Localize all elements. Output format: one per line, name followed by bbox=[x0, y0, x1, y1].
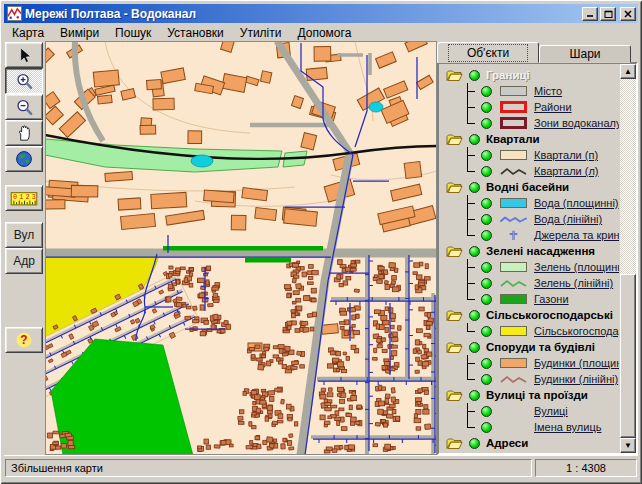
menu-ustanovky[interactable]: Установки bbox=[159, 25, 231, 41]
help-button[interactable]: ? bbox=[5, 327, 43, 353]
legend-item-label[interactable]: Джерела та криниці bbox=[534, 229, 619, 241]
layer-toggle-dot[interactable] bbox=[469, 438, 480, 449]
scroll-up-button[interactable]: ▲ bbox=[620, 64, 636, 79]
menu-karta[interactable]: Карта bbox=[4, 25, 52, 41]
legend-swatch bbox=[500, 358, 527, 368]
addresses-tool-button[interactable]: Адр bbox=[5, 248, 43, 274]
legend-item-label[interactable]: Зелень (лінійні) bbox=[534, 277, 613, 289]
legend-item-label[interactable]: Сільськогосподарські bbox=[534, 325, 619, 337]
legend-group-sporudy[interactable]: Споруди та будівлі bbox=[441, 339, 619, 355]
legend-item-label[interactable]: Будинки (площинні) bbox=[534, 357, 619, 369]
layer-toggle-dot[interactable] bbox=[481, 374, 492, 385]
layer-toggle-dot[interactable] bbox=[469, 310, 480, 321]
legend-item-silsko[interactable]: Сільськогосподарські bbox=[441, 323, 619, 339]
layer-toggle-dot[interactable] bbox=[469, 182, 480, 193]
legend-item-label[interactable]: Газони bbox=[534, 293, 569, 305]
legend-group-kvartaly[interactable]: Квартали bbox=[441, 131, 619, 147]
layer-toggle-dot[interactable] bbox=[481, 406, 492, 417]
layer-toggle-dot[interactable] bbox=[481, 278, 492, 289]
legend-group-granytsi[interactable]: Границі bbox=[441, 67, 619, 83]
layer-toggle-dot[interactable] bbox=[481, 166, 492, 177]
layer-toggle-dot[interactable] bbox=[481, 198, 492, 209]
legend-item-label[interactable]: Вода (площинні) bbox=[534, 197, 619, 209]
legend-item-rayony[interactable]: Райони bbox=[441, 99, 619, 115]
tab-objects-label: Об'єкти bbox=[448, 44, 528, 62]
legend-item-zelen-l[interactable]: Зелень (лінійні) bbox=[441, 275, 619, 291]
legend-item-gazony[interactable]: Газони bbox=[441, 291, 619, 307]
select-tool-button[interactable] bbox=[5, 42, 43, 68]
close-button[interactable] bbox=[620, 7, 636, 21]
layer-toggle-dot[interactable] bbox=[481, 150, 492, 161]
legend-item-label[interactable]: Зони водоканалу bbox=[534, 117, 619, 129]
layer-toggle-dot[interactable] bbox=[481, 230, 492, 241]
layer-toggle-dot[interactable] bbox=[469, 134, 480, 145]
globe-tool-button[interactable] bbox=[5, 146, 43, 172]
menu-vymiry[interactable]: Виміри bbox=[52, 25, 107, 41]
menu-utility[interactable]: Утиліти bbox=[232, 25, 290, 41]
legend-item-vulytsi[interactable]: Вулиці bbox=[441, 403, 619, 419]
legend-item-label[interactable]: Вулиці bbox=[534, 405, 568, 417]
legend-item-label[interactable]: Імена вулиць bbox=[534, 421, 601, 433]
legend-item-label[interactable]: Райони bbox=[534, 101, 572, 113]
legend-item-budynky-l[interactable]: Будинки (лінійні) bbox=[441, 371, 619, 387]
legend-item-budynky-p[interactable]: Будинки (площинні) bbox=[441, 355, 619, 371]
legend-item-label[interactable]: Місто bbox=[534, 85, 562, 97]
legend-item-label[interactable]: Квартали (л) bbox=[534, 165, 599, 177]
menu-poshuk[interactable]: Пошук bbox=[107, 25, 159, 41]
layer-toggle-dot[interactable] bbox=[469, 70, 480, 81]
layer-toggle-dot[interactable] bbox=[469, 342, 480, 353]
legend-swatch bbox=[500, 294, 527, 304]
folder-icon bbox=[446, 181, 463, 194]
legend-group-silsko[interactable]: Сільськогосподарські bbox=[441, 307, 619, 323]
legend-item-zelen-p[interactable]: Зелень (площинні) bbox=[441, 259, 619, 275]
legend-item-label[interactable]: Вода (лінійні) bbox=[534, 213, 602, 225]
legend-item-zony[interactable]: Зони водоканалу bbox=[441, 115, 619, 131]
legend-item-imena[interactable]: Імена вулиць bbox=[441, 419, 619, 435]
legend-group-vulytsi[interactable]: Вулиці та проїзди bbox=[441, 387, 619, 403]
legend-group-vodni[interactable]: Водні басейни bbox=[441, 179, 619, 195]
legend-item-misto[interactable]: Місто bbox=[441, 83, 619, 99]
zoom-out-tool-button[interactable] bbox=[5, 94, 43, 120]
map-canvas[interactable] bbox=[45, 41, 437, 455]
zoom-in-tool-button[interactable] bbox=[5, 68, 43, 94]
layer-toggle-dot[interactable] bbox=[469, 390, 480, 401]
tree-connector bbox=[459, 195, 475, 211]
layer-toggle-dot[interactable] bbox=[481, 326, 492, 337]
legend-item-label[interactable]: Квартали (п) bbox=[534, 149, 598, 161]
tab-objects[interactable]: Об'єкти bbox=[437, 42, 539, 63]
layer-toggle-dot[interactable] bbox=[481, 102, 492, 113]
legend-item-label[interactable]: Зелень (площинні) bbox=[534, 261, 619, 273]
status-message: Збільшення карти bbox=[5, 459, 532, 477]
legend-item-label[interactable]: Будинки (лінійні) bbox=[534, 373, 618, 385]
layer-toggle-dot[interactable] bbox=[481, 86, 492, 97]
maximize-button[interactable] bbox=[600, 7, 616, 21]
layer-toggle-dot[interactable] bbox=[481, 262, 492, 273]
legend-item-voda-p[interactable]: Вода (площинні) bbox=[441, 195, 619, 211]
streets-tool-button[interactable]: Вул bbox=[5, 222, 43, 248]
menu-dopomoga[interactable]: Допомога bbox=[289, 25, 359, 41]
tab-layers[interactable]: Шари bbox=[539, 45, 631, 63]
legend-group-label: Адреси bbox=[486, 437, 528, 449]
title-bar[interactable]: Мережі Полтава - Водоканал bbox=[4, 4, 638, 23]
tree-connector bbox=[459, 323, 475, 339]
layer-toggle-dot[interactable] bbox=[481, 118, 492, 129]
layer-toggle-dot[interactable] bbox=[469, 246, 480, 257]
legend-item-dzherela[interactable]: Джерела та криниці bbox=[441, 227, 619, 243]
layer-toggle-dot[interactable] bbox=[481, 214, 492, 225]
tree-scrollbar[interactable]: ▲ ▼ bbox=[620, 64, 636, 453]
legend-group-adresy[interactable]: Адреси bbox=[441, 435, 619, 451]
legend-group-zeleni[interactable]: Зелені насадження bbox=[441, 243, 619, 259]
layer-toggle-dot[interactable] bbox=[481, 294, 492, 305]
pan-tool-button[interactable] bbox=[5, 120, 43, 146]
legend-item-voda-l[interactable]: Вода (лінійні) bbox=[441, 211, 619, 227]
layer-toggle-dot[interactable] bbox=[481, 358, 492, 369]
legend-swatch bbox=[500, 117, 527, 129]
legend-item-kvartaly-l[interactable]: Квартали (л) bbox=[441, 163, 619, 179]
layer-toggle-dot[interactable] bbox=[481, 422, 492, 433]
legend-swatch bbox=[500, 150, 527, 160]
measure-tool-button[interactable]: 0123 bbox=[5, 185, 43, 211]
scroll-down-button[interactable]: ▼ bbox=[620, 438, 636, 453]
minimize-button[interactable] bbox=[582, 7, 598, 21]
legend-item-kvartaly-p[interactable]: Квартали (п) bbox=[441, 147, 619, 163]
scrollbar-thumb[interactable] bbox=[620, 274, 636, 438]
